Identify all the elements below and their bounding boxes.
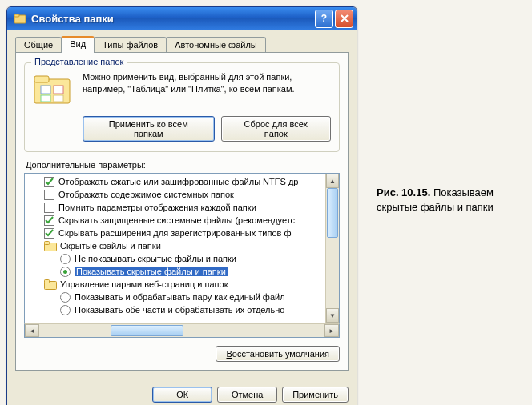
tree-item-label: Помнить параметры отображения каждой пап… bbox=[58, 202, 256, 212]
folder-icon bbox=[44, 279, 57, 290]
tree-group[interactable]: Управление парами веб-страниц и папок bbox=[25, 278, 325, 291]
tree-item-label: Скрывать защищенные системные файлы (рек… bbox=[58, 215, 295, 225]
cancel-button[interactable]: Отмена bbox=[217, 387, 277, 403]
svg-rect-11 bbox=[45, 280, 50, 283]
checkbox-icon[interactable] bbox=[44, 215, 54, 226]
tree-item-label: Показывать скрытые файлы и папки bbox=[75, 267, 228, 276]
tab-view[interactable]: Вид bbox=[61, 36, 95, 53]
apply-button[interactable]: Применить bbox=[282, 387, 349, 403]
tree-group[interactable]: Скрытые файлы и папки bbox=[25, 239, 325, 252]
hscroll-thumb[interactable] bbox=[111, 325, 183, 336]
dialog-button-row: ОК Отмена Применить bbox=[7, 379, 357, 405]
tab-filetypes[interactable]: Типы файлов bbox=[94, 37, 167, 53]
folder-views-icon bbox=[33, 73, 71, 105]
svg-rect-3 bbox=[34, 76, 49, 82]
client-area: Общие Вид Типы файлов Автономные файлы П… bbox=[7, 30, 357, 379]
scroll-left-icon[interactable]: ◄ bbox=[25, 324, 39, 337]
tree-item-label: Показывать и обрабатывать пару как едины… bbox=[75, 292, 285, 302]
svg-rect-9 bbox=[45, 242, 50, 245]
tab-panel-view: Представление папок Можно применить вид,… bbox=[15, 52, 349, 371]
svg-rect-6 bbox=[41, 95, 50, 102]
tree-item[interactable]: Показывать скрытые файлы и папки bbox=[25, 265, 325, 278]
window-title: Свойства папки bbox=[31, 13, 313, 25]
svg-rect-5 bbox=[54, 86, 63, 94]
folder-icon bbox=[44, 240, 57, 251]
close-button[interactable] bbox=[335, 10, 353, 28]
tree-item-label: Показывать обе части и обрабатывать их о… bbox=[75, 305, 284, 315]
svg-rect-1 bbox=[14, 14, 19, 17]
folder-options-icon bbox=[14, 12, 26, 25]
checkbox-icon[interactable] bbox=[44, 228, 54, 239]
tree-item[interactable]: Отображать содержимое системных папок bbox=[25, 188, 325, 201]
tree-item[interactable]: Отображать сжатые или зашифрованные файл… bbox=[25, 175, 325, 188]
tree-item-label: Не показывать скрытые файлы и папки bbox=[75, 254, 236, 263]
radio-icon[interactable] bbox=[60, 267, 71, 277]
tree-item-label: Отображать содержимое системных папок bbox=[58, 190, 234, 199]
radio-icon[interactable] bbox=[60, 292, 71, 303]
vertical-scrollbar[interactable]: ▲ ▼ bbox=[325, 174, 339, 323]
checkbox-icon[interactable] bbox=[44, 190, 54, 200]
advanced-params-label: Дополнительные параметры: bbox=[26, 160, 340, 170]
reset-all-button[interactable]: Сброс для всех папок bbox=[221, 116, 331, 142]
tree-item[interactable]: Скрывать расширения для зарегистрированн… bbox=[25, 227, 325, 239]
scroll-up-icon[interactable]: ▲ bbox=[326, 174, 339, 188]
horizontal-scrollbar[interactable]: ◄ ► bbox=[24, 323, 340, 338]
tree-item[interactable]: Помнить параметры отображения каждой пап… bbox=[25, 201, 325, 214]
tree-item[interactable]: Скрывать защищенные системные файлы (рек… bbox=[25, 214, 325, 227]
radio-icon[interactable] bbox=[60, 254, 71, 264]
tree-item-label: Управление парами веб-страниц и папок bbox=[60, 279, 228, 289]
svg-rect-7 bbox=[54, 95, 63, 102]
advanced-settings-tree[interactable]: Отображать сжатые или зашифрованные файл… bbox=[24, 173, 340, 323]
ok-button[interactable]: ОК bbox=[152, 387, 212, 403]
checkbox-icon[interactable] bbox=[44, 177, 54, 187]
tree-item-label: Скрытые файлы и папки bbox=[60, 241, 161, 251]
folder-options-dialog: Свойства папки ? Общие Вид Типы файлов А… bbox=[6, 6, 357, 405]
scroll-right-icon[interactable]: ► bbox=[324, 324, 339, 337]
tree-item[interactable]: Показывать и обрабатывать пару как едины… bbox=[25, 291, 325, 303]
radio-icon[interactable] bbox=[60, 305, 71, 315]
folder-views-group: Представление папок Можно применить вид,… bbox=[24, 62, 340, 152]
tree-item-label: Скрывать расширения для зарегистрированн… bbox=[58, 228, 291, 238]
folder-views-description: Можно применить вид, выбранный для этой … bbox=[83, 71, 331, 95]
checkbox-icon[interactable] bbox=[44, 202, 54, 213]
restore-defaults-button[interactable]: Восстановить умолчания bbox=[216, 346, 340, 362]
tree-item[interactable]: Показывать обе части и обрабатывать их о… bbox=[25, 303, 325, 316]
svg-rect-4 bbox=[41, 86, 50, 94]
help-button[interactable]: ? bbox=[315, 10, 333, 28]
scroll-down-icon[interactable]: ▼ bbox=[326, 308, 339, 323]
tabstrip: Общие Вид Типы файлов Автономные файлы bbox=[15, 37, 349, 53]
titlebar[interactable]: Свойства папки ? bbox=[7, 7, 357, 30]
apply-to-all-button[interactable]: Применить ко всем папкам bbox=[83, 116, 215, 142]
figure-caption: Рис. 10.15. Показываем скрытые файлы и п… bbox=[377, 186, 532, 215]
tree-item[interactable]: Не показывать скрытые файлы и папки bbox=[25, 252, 325, 265]
tree-item-label: Отображать сжатые или зашифрованные файл… bbox=[58, 177, 298, 186]
scroll-thumb[interactable] bbox=[327, 188, 338, 238]
tab-general[interactable]: Общие bbox=[15, 37, 62, 53]
group-legend: Представление папок bbox=[31, 57, 127, 66]
tab-offline[interactable]: Автономные файлы bbox=[166, 37, 266, 53]
